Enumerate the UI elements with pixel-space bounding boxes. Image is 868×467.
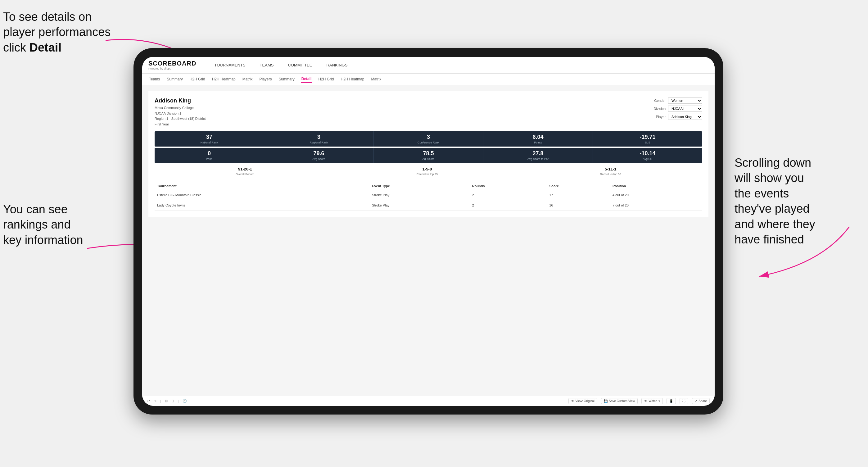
player-control: Player Addison King	[649, 114, 702, 120]
device-icon: 📱	[669, 399, 673, 403]
nav-teams[interactable]: TEAMS	[257, 61, 276, 69]
top50-record-value: 5-11-1	[600, 167, 621, 172]
avg-sg-value: -10.14	[596, 150, 699, 157]
redo-icon[interactable]: ↪	[154, 399, 156, 403]
regional-rank-value: 3	[267, 134, 370, 141]
record-overall: 91-20-1 Overall Record	[236, 167, 254, 176]
national-rank-label: National Rank	[158, 141, 261, 144]
stats-row-2: 0 Wins 79.6 Avg Score 78.5 Adj Score 2	[155, 148, 702, 163]
undo-icon[interactable]: ↩	[147, 399, 150, 403]
sos-value: -19.71	[596, 134, 699, 141]
record-top25: 1-5-0 Record vs top 25	[416, 167, 438, 176]
table-row: Lady Coyote Invite Stroke Play 2 16 7 ou…	[155, 200, 702, 211]
top-nav: SCOREBOARD Powered by clippd TOURNAMENTS…	[142, 57, 715, 73]
nav-committee[interactable]: COMMITTEE	[285, 61, 314, 69]
gender-select[interactable]: Women Men	[668, 97, 702, 104]
division-select[interactable]: NJCAA I NJCAA II	[668, 105, 702, 112]
national-rank-value: 37	[158, 134, 261, 141]
save-custom-btn[interactable]: 💾 Save Custom View	[601, 398, 638, 404]
subnav-players[interactable]: Players	[258, 76, 272, 83]
position-1: 4 out of 20	[610, 190, 702, 200]
rounds-1: 2	[470, 190, 547, 200]
event-type-1: Stroke Play	[369, 190, 470, 200]
stats-row-1: 37 National Rank 3 Regional Rank 3 Confe…	[155, 131, 702, 147]
score-1: 17	[547, 190, 610, 200]
annotation-right: Scrolling down will show you the events …	[735, 155, 865, 247]
subnav-detail[interactable]: Detail	[301, 75, 312, 83]
share-label: Share	[699, 399, 707, 403]
subnav-teams[interactable]: Teams	[148, 76, 160, 83]
stat-wins: 0 Wins	[155, 148, 264, 163]
logo-sub: Powered by clippd	[148, 67, 196, 70]
stat-conference-rank: 3 Conference Rank	[374, 131, 483, 147]
fullscreen-icon: ⛶	[682, 399, 685, 403]
save-icon: 💾	[604, 399, 608, 403]
avg-score-value: 79.6	[267, 150, 370, 157]
clock-icon[interactable]: 🕐	[183, 399, 187, 403]
player-card: Addison King Mesa Community College NJCA…	[148, 91, 708, 217]
rounds-2: 2	[470, 200, 547, 211]
tournament-name-2: Lady Coyote Invite	[155, 200, 369, 211]
player-region: Region 1 - Southwest (18) District	[155, 116, 206, 122]
toolbar-bottom: ↩ ↪ | ⊞ ⊟ | 🕐 👁 View: Original 💾 Save Cu…	[142, 396, 715, 406]
watch-chevron: ▾	[658, 399, 660, 403]
device-btn[interactable]: 📱	[666, 398, 676, 404]
points-value: 6.04	[487, 134, 590, 141]
watch-label: Watch	[649, 399, 657, 403]
table-header-row: Tournament Event Type Rounds Score Posit…	[155, 182, 702, 190]
division-control: Division NJCAA I NJCAA II	[649, 105, 702, 112]
subnav-h2h-grid2[interactable]: H2H Grid	[318, 76, 334, 83]
tournament-name-1: Estella CC- Mountain Classic	[155, 190, 369, 200]
watch-btn[interactable]: 👁 Watch ▾	[641, 398, 663, 404]
wins-label: Wins	[158, 157, 261, 160]
adj-score-label: Adj Score	[377, 157, 480, 160]
zoom-fit-icon[interactable]: ⊞	[165, 399, 168, 403]
avg-score-par-label: Avg Score to Par	[487, 157, 590, 160]
stat-avg-sg: -10.14 Avg SG	[593, 148, 702, 163]
subnav-h2h-heatmap2[interactable]: H2H Heatmap	[340, 76, 365, 83]
col-position: Position	[610, 182, 702, 190]
subnav-matrix2[interactable]: Matrix	[371, 76, 382, 83]
main-content: Addison King Mesa Community College NJCA…	[142, 85, 715, 396]
top50-record-label: Record vs top 50	[600, 173, 621, 176]
subnav-h2h-grid[interactable]: H2H Grid	[189, 76, 206, 83]
stat-regional-rank: 3 Regional Rank	[264, 131, 374, 147]
event-type-2: Stroke Play	[369, 200, 470, 211]
share-icon: ↗	[695, 399, 697, 403]
toolbar-sep-2: |	[178, 399, 179, 403]
col-rounds: Rounds	[470, 182, 547, 190]
share-btn[interactable]: ↗ Share	[692, 398, 710, 404]
stat-points: 6.04 Points	[483, 131, 593, 147]
top25-record-label: Record vs top 25	[416, 173, 438, 176]
position-2: 7 out of 20	[610, 200, 702, 211]
player-info: Addison King Mesa Community College NJCA…	[155, 97, 206, 127]
conference-rank-value: 3	[377, 134, 480, 141]
regional-rank-label: Regional Rank	[267, 141, 370, 144]
tablet-screen: SCOREBOARD Powered by clippd TOURNAMENTS…	[142, 57, 715, 406]
top25-record-value: 1-5-0	[416, 167, 438, 172]
view-original-btn[interactable]: 👁 View: Original	[568, 398, 598, 404]
record-top50: 5-11-1 Record vs top 50	[600, 167, 621, 176]
tournaments-table: Tournament Event Type Rounds Score Posit…	[155, 182, 702, 211]
avg-sg-label: Avg SG	[596, 157, 699, 160]
nav-tournaments[interactable]: TOURNAMENTS	[212, 61, 248, 69]
record-row: 91-20-1 Overall Record 1-5-0 Record vs t…	[155, 164, 702, 179]
stat-sos: -19.71 SoS	[593, 131, 702, 147]
subnav-summary[interactable]: Summary	[166, 76, 183, 83]
player-select[interactable]: Addison King	[668, 114, 702, 120]
nav-rankings[interactable]: RANKINGS	[324, 61, 350, 69]
logo-text: SCOREBOARD	[148, 60, 196, 67]
stat-national-rank: 37 National Rank	[155, 131, 264, 147]
player-name: Addison King	[155, 97, 206, 104]
subnav-summary2[interactable]: Summary	[278, 76, 295, 83]
score-2: 16	[547, 200, 610, 211]
subnav-matrix[interactable]: Matrix	[242, 76, 253, 83]
overall-record-value: 91-20-1	[236, 167, 254, 172]
zoom-actual-icon[interactable]: ⊟	[172, 399, 174, 403]
overall-record-label: Overall Record	[236, 173, 254, 176]
scoreboard-app: SCOREBOARD Powered by clippd TOURNAMENTS…	[142, 57, 715, 406]
eye-icon: 👁	[571, 399, 574, 403]
subnav-h2h-heatmap[interactable]: H2H Heatmap	[211, 76, 236, 83]
fullscreen-btn[interactable]: ⛶	[680, 398, 688, 404]
sos-label: SoS	[596, 141, 699, 144]
